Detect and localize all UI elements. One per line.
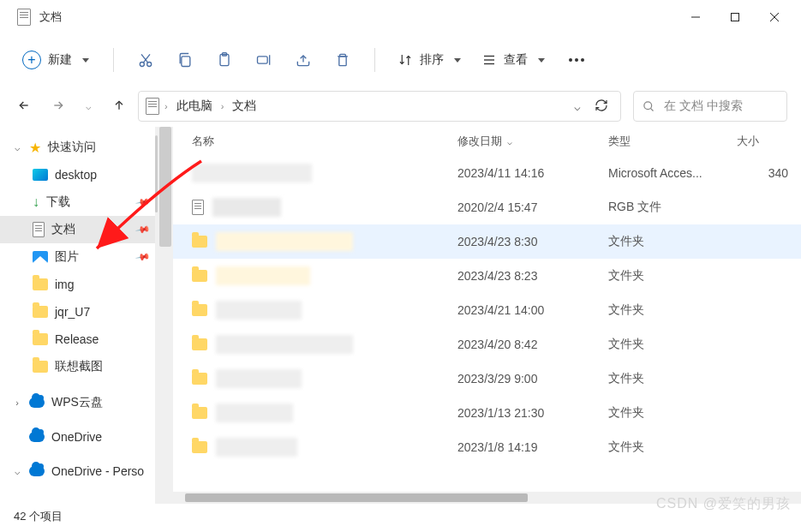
toolbar: + 新建 排序 查看 <box>0 34 801 86</box>
separator <box>113 48 114 72</box>
chevron-down-icon: ⌵ <box>12 142 22 153</box>
view-button[interactable]: 查看 <box>475 49 552 71</box>
close-button[interactable] <box>755 2 794 33</box>
download-icon: ↓ <box>33 194 39 210</box>
location-icon <box>146 98 159 115</box>
copy-button[interactable] <box>169 44 201 76</box>
sidebar-item-pictures[interactable]: 图片📌 <box>0 243 158 271</box>
col-size[interactable]: 大小 <box>737 134 788 149</box>
sidebar-item-downloads[interactable]: ↓下载📌 <box>0 188 158 216</box>
sidebar-item-documents[interactable]: 文档📌 <box>0 216 158 243</box>
table-row[interactable]: 2023/3/29 9:00文件夹 <box>173 362 801 396</box>
chevron-down-icon <box>82 58 89 63</box>
chevron-down-icon[interactable]: ⌵ <box>574 100 581 113</box>
view-label: 查看 <box>504 52 528 68</box>
sort-button[interactable]: 排序 <box>391 49 468 71</box>
nav-arrows: ⌵ <box>17 99 126 115</box>
minimize-button[interactable] <box>676 2 715 33</box>
folder-icon <box>192 338 207 350</box>
desktop-icon <box>33 169 48 181</box>
app-icon <box>17 9 31 26</box>
sidebar-item-jqr[interactable]: jqr_U7 <box>0 298 158 326</box>
pin-icon: 📌 <box>135 194 152 211</box>
sidebar-wps[interactable]: ›WPS云盘 <box>0 389 158 416</box>
sidebar-item-screenshot[interactable]: 联想截图 <box>0 353 158 380</box>
search-icon <box>643 100 655 113</box>
new-button[interactable]: + 新建 <box>14 45 98 75</box>
sidebar-item-release[interactable]: Release <box>0 326 158 353</box>
sidebar-item-img[interactable]: img <box>0 271 158 298</box>
folder-icon <box>192 304 207 316</box>
paste-button[interactable] <box>208 44 241 76</box>
table-row[interactable]: 2020/2/4 15:47RGB 文件 <box>173 190 801 224</box>
folder-icon <box>33 306 48 318</box>
table-row[interactable]: 2023/1/13 21:30文件夹 <box>173 396 801 430</box>
svg-point-4 <box>140 63 144 67</box>
folder-icon <box>33 278 48 290</box>
breadcrumb-current[interactable]: 文档 <box>229 99 260 114</box>
address-bar[interactable]: › 此电脑 › 文档 ⌵ <box>138 91 621 122</box>
table-row[interactable]: 2023/4/23 8:30文件夹 <box>173 224 801 259</box>
sidebar-item-desktop[interactable]: desktop <box>0 161 158 188</box>
folder-icon <box>192 236 207 248</box>
delete-button[interactable] <box>326 44 359 76</box>
forward-button[interactable] <box>51 99 65 115</box>
column-headers[interactable]: 名称 修改日期⌵ 类型 大小 <box>173 127 801 156</box>
content: 名称 修改日期⌵ 类型 大小 2023/4/11 14:16Microsoft … <box>158 127 801 504</box>
history-button[interactable]: ⌵ <box>86 101 92 112</box>
search-box[interactable]: 在 文档 中搜索 <box>633 91 787 122</box>
cloud-icon <box>29 432 45 442</box>
file-list: 名称 修改日期⌵ 类型 大小 2023/4/11 14:16Microsoft … <box>173 127 801 504</box>
chevron-right-icon: › <box>164 101 168 111</box>
new-label: 新建 <box>48 52 72 68</box>
document-icon <box>33 222 45 237</box>
back-button[interactable] <box>17 99 31 115</box>
svg-line-19 <box>650 108 653 111</box>
col-date[interactable]: 修改日期⌵ <box>457 134 608 149</box>
col-name[interactable]: 名称 <box>192 134 457 149</box>
folder-icon <box>192 441 207 453</box>
more-button[interactable] <box>559 58 595 62</box>
refresh-button[interactable] <box>595 99 608 115</box>
share-button[interactable] <box>287 44 320 76</box>
cut-button[interactable] <box>129 44 162 76</box>
nav-row: ⌵ › 此电脑 › 文档 ⌵ 在 文档 中搜索 <box>0 86 801 127</box>
folder-icon <box>33 333 48 345</box>
folder-icon <box>192 270 207 282</box>
maximize-button[interactable] <box>715 2 755 33</box>
folder-icon <box>192 407 207 419</box>
plus-icon: + <box>22 51 41 69</box>
table-row[interactable]: 2023/4/11 14:16Microsoft Acces...340 <box>173 156 801 190</box>
up-button[interactable] <box>112 99 126 115</box>
col-type[interactable]: 类型 <box>608 134 737 149</box>
svg-rect-8 <box>182 57 190 67</box>
svg-point-18 <box>644 101 652 109</box>
svg-rect-11 <box>258 57 268 63</box>
titlebar: 文档 <box>0 0 801 34</box>
sidebar: ⌵ ★ 快速访问 desktop ↓下载📌 文档📌 图片📌 img jqr_U7… <box>0 127 158 504</box>
separator <box>374 48 375 72</box>
content-scrollbar-left[interactable] <box>158 127 173 504</box>
svg-rect-1 <box>732 14 739 21</box>
chevron-right-icon: › <box>221 101 224 111</box>
table-row[interactable]: 2023/4/21 14:00文件夹 <box>173 293 801 327</box>
watermark: CSDN @爱笑的男孩 <box>656 495 791 513</box>
chevron-down-icon <box>454 58 461 63</box>
svg-point-5 <box>147 63 152 67</box>
table-row[interactable]: 2023/1/8 14:19文件夹 <box>173 430 801 464</box>
cloud-icon <box>29 466 45 476</box>
breadcrumb-root[interactable]: 此电脑 <box>173 99 216 114</box>
search-placeholder: 在 文档 中搜索 <box>664 99 743 114</box>
sidebar-onedrive[interactable]: ›OneDrive <box>0 423 158 451</box>
folder-icon <box>33 361 48 373</box>
sidebar-onedrive-personal[interactable]: ⌵OneDrive - Perso <box>0 457 158 485</box>
window-controls <box>676 2 794 33</box>
table-row[interactable]: 2023/4/20 8:42文件夹 <box>173 327 801 362</box>
table-row[interactable]: 2023/4/23 8:23文件夹 <box>173 259 801 293</box>
chevron-down-icon: ⌵ <box>12 466 22 477</box>
rename-button[interactable] <box>248 44 280 76</box>
cloud-icon <box>29 398 45 408</box>
sidebar-quick-access[interactable]: ⌵ ★ 快速访问 <box>0 134 158 161</box>
pin-icon: 📌 <box>135 249 152 266</box>
status-bar: 42 个项目 <box>0 504 158 529</box>
